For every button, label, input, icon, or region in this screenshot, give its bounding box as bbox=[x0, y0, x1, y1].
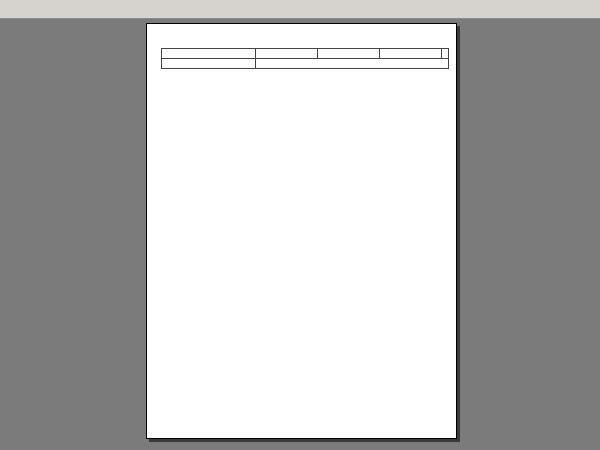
patient-tcd-cell bbox=[442, 49, 449, 59]
patient-info-row bbox=[162, 49, 449, 59]
report-datetime bbox=[429, 35, 447, 42]
history-label-cell bbox=[162, 59, 256, 69]
patient-age-cell bbox=[317, 49, 379, 59]
report-page[interactable] bbox=[146, 23, 457, 439]
patient-admission-cell bbox=[379, 49, 441, 59]
preview-area bbox=[0, 19, 600, 450]
patient-name-cell bbox=[162, 49, 256, 59]
patient-sex-cell bbox=[255, 49, 317, 59]
patient-info-table bbox=[161, 48, 449, 69]
print-preview-toolbar bbox=[0, 0, 600, 19]
history-content-cell bbox=[255, 59, 448, 69]
history-row bbox=[162, 59, 449, 69]
